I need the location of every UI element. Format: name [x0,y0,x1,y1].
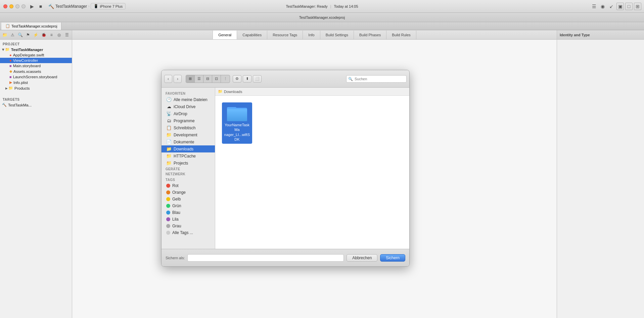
tag-lila-dot [166,217,170,221]
sidebar-item-airdrop[interactable]: 📡 AirDrop [162,110,215,117]
vc-file-label: ViewController [13,58,38,62]
sidebar-item-icloud[interactable]: ☁ iCloud Drive [162,103,215,110]
nav-flag-btn[interactable]: ⚑ [25,32,32,38]
panel-tag-btn[interactable]: ⬜ [253,75,262,83]
products-folder-icon: 📁 [8,86,13,90]
stop-button[interactable]: ■ [37,3,44,10]
nav-git-btn[interactable]: ◎ [56,32,63,38]
nav-debug-btn[interactable]: 🐞 [40,32,47,38]
view-single-btn[interactable]: □ [625,3,633,10]
finder-sidebar: Favoriten 🕐 Alle meine Dateien ☁ iCloud … [162,88,215,249]
editor-content: ‹ › ⊞ ☰ ⊟ ⊡ ⋮ ⚙ ⬆ ⬜ [72,40,557,318]
title-bar: ▶ ■ 🔨 TestTaskManager › 📱 iPhone 7 Plus … [0,0,644,13]
sidebar-tag-gelb[interactable]: Gelb [162,196,215,202]
view-panels-btn[interactable]: ⊞ [634,3,641,10]
tab-resource-tags[interactable]: Resource Tags [267,31,303,39]
panel-back-btn[interactable]: ‹ [164,75,172,83]
tree-item-infoplist[interactable]: ▶ Info.plist [0,80,72,85]
tab-capabilities-label: Capabilities [242,33,262,37]
tree-item-products[interactable]: ▶ 📁 Products [0,85,72,91]
view-btn-list[interactable]: ☰ [195,75,203,83]
traffic-lights [0,4,26,8]
tag-alle-dot [166,231,170,235]
search-input[interactable] [346,75,407,83]
finder-path-bar: 📁 Downloads [215,88,409,96]
sidebar-tag-blau[interactable]: Blau [162,209,215,216]
launch-label: LaunchScreen.storyboard [13,75,57,79]
nav-search-btn[interactable]: 🔍 [17,32,24,38]
project-breadcrumb[interactable]: TestTaskManager [55,4,87,9]
filename-input[interactable] [187,254,344,262]
tab-build-rules[interactable]: Build Rules [386,31,416,39]
close-button[interactable] [3,4,7,8]
sidebar-item-development[interactable]: 📁 Development [162,131,215,138]
tab-bar: 📋 TestTaskManager.xcodeproj [0,22,644,30]
tab-build-settings[interactable]: Build Settings [320,31,354,39]
sidebar-item-all-files[interactable]: 🕐 Alle meine Dateien [162,96,215,103]
panel-settings-btn[interactable]: ⚙ [233,75,241,83]
tab-capabilities[interactable]: Capabilities [237,31,267,39]
editor-circle-btn[interactable]: ◉ [599,3,606,10]
nav-folder-btn[interactable]: 📁 [1,32,8,38]
nav-warning-btn[interactable]: ⚡ [32,32,39,38]
view-split-btn[interactable]: ▣ [616,3,624,10]
sidebar-item-httpcache[interactable]: 📁 HTTPCache [162,152,215,160]
sidebar-tag-orange[interactable]: Orange [162,189,215,196]
view-btn-cover[interactable]: ⊡ [212,75,221,83]
view-btn-column[interactable]: ⊟ [203,75,212,83]
nav-thread-btn[interactable]: ≡ [48,32,55,38]
tree-item-testaskmanager-root[interactable]: ▶ 📁 TestTaskManager [0,47,72,52]
all-files-label: Alle meine Dateien [174,97,208,102]
sidebar-item-schreibtisch[interactable]: 📋 Schreibtisch [162,124,215,131]
tag-gruen-dot [166,204,170,208]
tab-testtaskmanager[interactable]: 📋 TestTaskManager.xcodeproj [1,22,61,30]
tag-grau-dot [166,224,170,228]
storyboard-icon: ■ [9,64,12,68]
inactive-light [15,4,19,8]
tag-lila-label: Lila [172,217,179,222]
device-selector[interactable]: 📱 iPhone 7 Plus [91,3,126,9]
sidebar-item-dokumente[interactable]: 📄 Dokumente [162,138,215,145]
view-btn-grid[interactable]: ⊞ [186,75,195,83]
editor-arrow-btn[interactable]: ↙ [608,3,615,10]
target-name-label: TestTaskMa... [8,103,32,107]
nav-memory-btn[interactable]: ☰ [63,32,71,38]
cancel-button[interactable]: Abbrechen [347,254,377,262]
sidebar-item-downloads[interactable]: 📁 Downloads [162,145,215,152]
sidebar-item-projects[interactable]: 📁 Projects [162,160,215,167]
status-time: Today at 14:05 [334,4,358,8]
nav-filter-btn[interactable]: ⚠ [9,32,16,38]
sidebar-tag-lila[interactable]: Lila [162,216,215,223]
save-as-label: Sichern als: [166,256,185,260]
panel-forward-btn[interactable]: › [174,75,182,83]
tree-item-mainstoryboard[interactable]: ■ Main.storyboard [0,63,72,69]
assets-label: Assets.xcassets [13,70,41,74]
minimize-button[interactable] [9,4,13,8]
run-button[interactable]: ▶ [28,3,36,10]
sidebar-tag-grau[interactable]: Grau [162,223,215,229]
tree-item-launchscreen[interactable]: ■ LaunchScreen.storyboard [0,74,72,80]
tree-item-appdelegate[interactable]: ● AppDelegate.swift [0,52,72,58]
tab-general[interactable]: General [213,31,237,39]
tree-item-assets[interactable]: ◆ Assets.xcassets [0,69,72,74]
target-icon: 🔨 [2,103,7,107]
sidebar-tag-rot[interactable]: Rot [162,182,215,189]
panel-share-btn[interactable]: ⬆ [243,75,251,83]
file-name-bar: TestTaskManager.xcodeproj [0,13,644,22]
sidebar-tag-alle[interactable]: Alle Tags ... [162,229,215,236]
navigator-panel: 📁 ⚠ 🔍 ⚑ ⚡ 🐞 ≡ ◎ ☰ PROJECT ▶ 📁 TestTaskMa… [0,30,72,318]
tab-info[interactable]: Info [303,31,320,39]
projects-label: Projects [174,161,188,166]
tab-build-phases[interactable]: Build Phases [354,31,386,39]
airdrop-label: AirDrop [174,111,187,116]
save-button[interactable]: Sichern [380,254,405,262]
file-item-yourname[interactable]: YourNameTaskManager_LI...wiftSDK [222,102,252,144]
tree-item-target[interactable]: 🔨 TestTaskMa... [0,102,72,108]
tree-item-viewcontroller[interactable]: ● ViewController [0,58,72,63]
file-label: AppDelegate.swift [13,53,44,57]
sidebar-item-programme[interactable]: 🗂 Programme [162,117,215,124]
view-btn-icons[interactable]: ⋮ [221,75,230,83]
device-label: iPhone 7 Plus [100,4,123,8]
editor-lines-btn[interactable]: ☰ [590,3,598,10]
sidebar-tag-gruen[interactable]: Grün [162,202,215,209]
